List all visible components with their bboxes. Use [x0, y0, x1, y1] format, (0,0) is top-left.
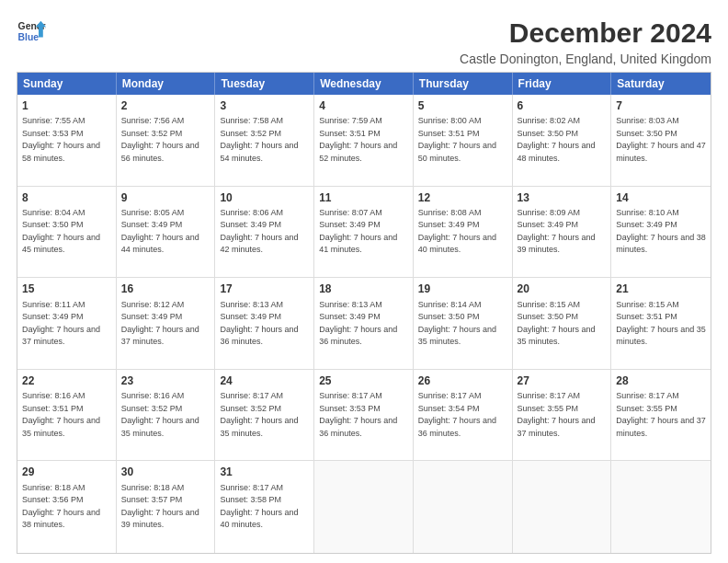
day-number: 1 — [22, 98, 111, 114]
subtitle: Castle Donington, England, United Kingdo… — [460, 52, 711, 66]
day-of-week-header: Sunday — [17, 73, 117, 95]
day-number: 3 — [220, 98, 309, 114]
day-number: 25 — [319, 373, 408, 389]
cell-info: Sunrise: 8:18 AMSunset: 3:56 PMDaylight:… — [22, 482, 111, 532]
day-number: 12 — [418, 190, 507, 206]
calendar-cell: 23Sunrise: 8:16 AMSunset: 3:52 PMDayligh… — [117, 370, 216, 461]
day-of-week-header: Friday — [513, 73, 612, 95]
calendar-cell: 25Sunrise: 8:17 AMSunset: 3:53 PMDayligh… — [314, 370, 414, 461]
day-number: 15 — [22, 282, 111, 297]
calendar-cell: 5Sunrise: 8:00 AMSunset: 3:51 PMDaylight… — [414, 95, 513, 186]
cell-info: Sunrise: 8:17 AMSunset: 3:55 PMDaylight:… — [518, 390, 607, 440]
cell-info: Sunrise: 8:07 AMSunset: 3:49 PMDaylight:… — [319, 207, 408, 257]
cell-info: Sunrise: 8:14 AMSunset: 3:50 PMDaylight:… — [418, 299, 507, 349]
calendar: SundayMondayTuesdayWednesdayThursdayFrid… — [17, 72, 711, 554]
day-of-week-header: Thursday — [414, 73, 513, 95]
calendar-cell — [414, 461, 513, 553]
calendar-cell: 21Sunrise: 8:15 AMSunset: 3:51 PMDayligh… — [611, 278, 711, 369]
cell-info: Sunrise: 8:17 AMSunset: 3:54 PMDaylight:… — [418, 390, 507, 440]
calendar-cell: 30Sunrise: 8:18 AMSunset: 3:57 PMDayligh… — [117, 461, 216, 553]
calendar-cell: 29Sunrise: 8:18 AMSunset: 3:56 PMDayligh… — [17, 461, 117, 553]
calendar-cell — [611, 461, 711, 553]
day-number: 30 — [121, 465, 210, 480]
calendar-cell: 11Sunrise: 8:07 AMSunset: 3:49 PMDayligh… — [314, 187, 414, 278]
calendar-cell: 7Sunrise: 8:03 AMSunset: 3:50 PMDaylight… — [611, 95, 711, 186]
cell-info: Sunrise: 8:15 AMSunset: 3:51 PMDaylight:… — [616, 299, 706, 349]
cell-info: Sunrise: 8:17 AMSunset: 3:55 PMDaylight:… — [616, 390, 706, 440]
page: General Blue December 2024 Castle Doning… — [0, 0, 728, 563]
day-number: 28 — [616, 373, 706, 389]
cell-info: Sunrise: 8:18 AMSunset: 3:57 PMDaylight:… — [121, 482, 210, 532]
calendar-cell: 2Sunrise: 7:56 AMSunset: 3:52 PMDaylight… — [117, 95, 216, 186]
calendar-row: 22Sunrise: 8:16 AMSunset: 3:51 PMDayligh… — [17, 370, 711, 462]
cell-info: Sunrise: 8:03 AMSunset: 3:50 PMDaylight:… — [616, 115, 706, 165]
calendar-cell: 14Sunrise: 8:10 AMSunset: 3:49 PMDayligh… — [611, 187, 711, 278]
cell-info: Sunrise: 7:56 AMSunset: 3:52 PMDaylight:… — [121, 115, 210, 165]
day-number: 27 — [518, 373, 607, 389]
cell-info: Sunrise: 7:55 AMSunset: 3:53 PMDaylight:… — [22, 115, 111, 165]
day-number: 24 — [220, 373, 309, 389]
day-number: 29 — [22, 465, 111, 480]
day-number: 21 — [616, 282, 706, 297]
calendar-cell: 10Sunrise: 8:06 AMSunset: 3:49 PMDayligh… — [215, 187, 314, 278]
day-of-week-header: Wednesday — [314, 73, 414, 95]
cell-info: Sunrise: 8:06 AMSunset: 3:49 PMDaylight:… — [220, 207, 309, 257]
cell-info: Sunrise: 8:12 AMSunset: 3:49 PMDaylight:… — [121, 299, 210, 349]
day-number: 7 — [616, 98, 706, 114]
calendar-cell: 18Sunrise: 8:13 AMSunset: 3:49 PMDayligh… — [314, 278, 414, 369]
calendar-cell: 22Sunrise: 8:16 AMSunset: 3:51 PMDayligh… — [17, 370, 117, 461]
calendar-cell: 31Sunrise: 8:17 AMSunset: 3:58 PMDayligh… — [215, 461, 314, 553]
cell-info: Sunrise: 8:17 AMSunset: 3:53 PMDaylight:… — [319, 390, 408, 440]
calendar-cell — [314, 461, 414, 553]
header: General Blue December 2024 Castle Doning… — [17, 17, 711, 66]
cell-info: Sunrise: 8:13 AMSunset: 3:49 PMDaylight:… — [319, 299, 408, 349]
calendar-cell: 17Sunrise: 8:13 AMSunset: 3:49 PMDayligh… — [215, 278, 314, 369]
day-number: 23 — [121, 373, 210, 389]
cell-info: Sunrise: 8:16 AMSunset: 3:51 PMDaylight:… — [22, 390, 111, 440]
day-number: 22 — [22, 373, 111, 389]
cell-info: Sunrise: 8:16 AMSunset: 3:52 PMDaylight:… — [121, 390, 210, 440]
day-number: 20 — [518, 282, 607, 297]
day-number: 31 — [220, 465, 309, 480]
calendar-cell: 16Sunrise: 8:12 AMSunset: 3:49 PMDayligh… — [117, 278, 216, 369]
cell-info: Sunrise: 8:15 AMSunset: 3:50 PMDaylight:… — [518, 299, 607, 349]
calendar-cell — [513, 461, 612, 553]
calendar-cell: 13Sunrise: 8:09 AMSunset: 3:49 PMDayligh… — [513, 187, 612, 278]
day-number: 9 — [121, 190, 210, 206]
cell-info: Sunrise: 8:09 AMSunset: 3:49 PMDaylight:… — [518, 207, 607, 257]
cell-info: Sunrise: 8:13 AMSunset: 3:49 PMDaylight:… — [220, 299, 309, 349]
calendar-row: 8Sunrise: 8:04 AMSunset: 3:50 PMDaylight… — [17, 187, 711, 279]
cell-info: Sunrise: 7:58 AMSunset: 3:52 PMDaylight:… — [220, 115, 309, 165]
title-block: December 2024 Castle Donington, England,… — [460, 17, 711, 66]
day-number: 13 — [518, 190, 607, 206]
main-title: December 2024 — [460, 17, 711, 50]
cell-info: Sunrise: 7:59 AMSunset: 3:51 PMDaylight:… — [319, 115, 408, 165]
day-of-week-header: Monday — [117, 73, 216, 95]
cell-info: Sunrise: 8:10 AMSunset: 3:49 PMDaylight:… — [616, 207, 706, 257]
day-number: 2 — [121, 98, 210, 114]
cell-info: Sunrise: 8:11 AMSunset: 3:49 PMDaylight:… — [22, 299, 111, 349]
calendar-cell: 15Sunrise: 8:11 AMSunset: 3:49 PMDayligh… — [17, 278, 117, 369]
calendar-cell: 19Sunrise: 8:14 AMSunset: 3:50 PMDayligh… — [414, 278, 513, 369]
cell-info: Sunrise: 8:02 AMSunset: 3:50 PMDaylight:… — [518, 115, 607, 165]
day-number: 11 — [319, 190, 408, 206]
calendar-header: SundayMondayTuesdayWednesdayThursdayFrid… — [17, 73, 711, 95]
calendar-cell: 1Sunrise: 7:55 AMSunset: 3:53 PMDaylight… — [17, 95, 117, 186]
calendar-cell: 24Sunrise: 8:17 AMSunset: 3:52 PMDayligh… — [215, 370, 314, 461]
logo: General Blue — [17, 17, 46, 46]
calendar-row: 1Sunrise: 7:55 AMSunset: 3:53 PMDaylight… — [17, 95, 711, 187]
calendar-cell: 8Sunrise: 8:04 AMSunset: 3:50 PMDaylight… — [17, 187, 117, 278]
day-number: 8 — [22, 190, 111, 206]
calendar-cell: 9Sunrise: 8:05 AMSunset: 3:49 PMDaylight… — [117, 187, 216, 278]
cell-info: Sunrise: 8:00 AMSunset: 3:51 PMDaylight:… — [418, 115, 507, 165]
day-number: 18 — [319, 282, 408, 297]
cell-info: Sunrise: 8:08 AMSunset: 3:49 PMDaylight:… — [418, 207, 507, 257]
calendar-row: 15Sunrise: 8:11 AMSunset: 3:49 PMDayligh… — [17, 278, 711, 370]
day-number: 6 — [518, 98, 607, 114]
calendar-cell: 28Sunrise: 8:17 AMSunset: 3:55 PMDayligh… — [611, 370, 711, 461]
day-number: 26 — [418, 373, 507, 389]
calendar-cell: 26Sunrise: 8:17 AMSunset: 3:54 PMDayligh… — [414, 370, 513, 461]
calendar-cell: 3Sunrise: 7:58 AMSunset: 3:52 PMDaylight… — [215, 95, 314, 186]
day-of-week-header: Tuesday — [215, 73, 314, 95]
day-number: 4 — [319, 98, 408, 114]
